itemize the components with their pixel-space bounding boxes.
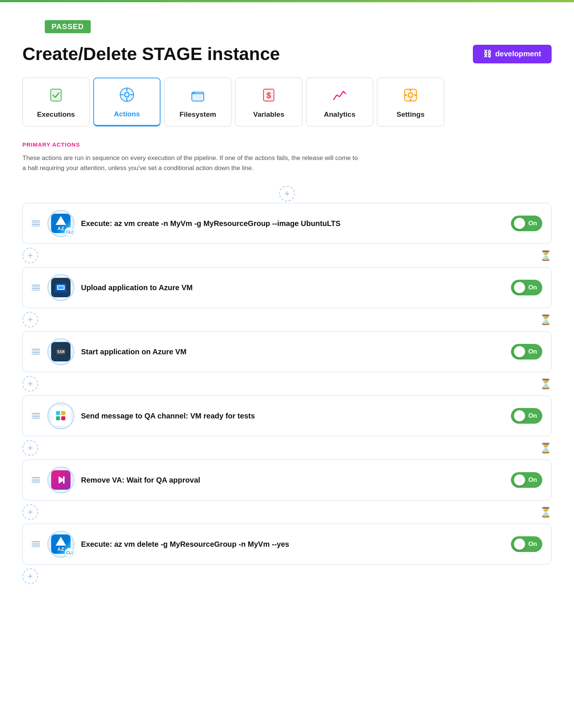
svg-rect-13 xyxy=(410,99,411,101)
toggle-knob-5 xyxy=(514,474,525,486)
tab-filesystem-label: Filesystem xyxy=(180,110,216,119)
action-row-wrapper-5: Remove VA: Wait for QA approval On + ⏳ xyxy=(22,459,552,524)
action-row-3: SSH Start application on Azure VM On xyxy=(22,331,552,372)
header-row: Create/Delete STAGE instance ⛓ developme… xyxy=(22,44,552,64)
toggle-5[interactable]: On xyxy=(511,472,542,488)
svg-rect-18 xyxy=(58,286,64,289)
actions-icon xyxy=(119,87,135,106)
env-icon: ⛓ xyxy=(483,49,492,59)
action-badge-6: CLI xyxy=(65,548,74,558)
between-row-4: + ⏳ xyxy=(22,436,552,459)
action-row-2: Upload application to Azure VM On xyxy=(22,267,552,308)
toggle-knob-6 xyxy=(514,539,525,550)
add-row-bottom: + xyxy=(22,567,38,586)
tab-settings-label: Settings xyxy=(397,110,425,119)
action-name-2: Upload application to Azure VM xyxy=(81,283,504,292)
tab-executions-label: Executions xyxy=(37,110,75,119)
add-action-button-3[interactable]: + xyxy=(22,376,38,392)
add-action-button-top[interactable]: + xyxy=(279,186,295,201)
page-title: Create/Delete STAGE instance xyxy=(22,44,280,64)
action-icon-3: SSH xyxy=(47,338,74,365)
action-icon-1: AZ CLI xyxy=(47,210,74,237)
toggle-label-4: On xyxy=(528,412,537,420)
action-row-wrapper-3: SSH Start application on Azure VM On xyxy=(22,331,552,395)
tab-analytics[interactable]: Analytics xyxy=(306,78,373,126)
action-icon-5 xyxy=(47,467,74,493)
between-row-5: + ⏳ xyxy=(22,501,552,524)
svg-text:SSH: SSH xyxy=(57,349,65,354)
action-name-6: Execute: az vm delete -g MyResourceGroup… xyxy=(81,540,504,549)
drag-handle-3[interactable] xyxy=(32,349,41,355)
toggle-knob-3 xyxy=(514,346,525,357)
add-row-5: + xyxy=(22,503,38,521)
add-action-button-2[interactable]: + xyxy=(22,312,38,327)
tab-filesystem[interactable]: Filesystem xyxy=(164,78,231,126)
toggle-label-3: On xyxy=(528,348,537,355)
tab-executions[interactable]: Executions xyxy=(22,78,90,126)
toggle-label-6: On xyxy=(528,540,537,548)
action-row-wrapper-4: Send message to QA channel: VM ready for… xyxy=(22,395,552,459)
svg-rect-12 xyxy=(410,89,411,91)
add-action-button-5[interactable]: + xyxy=(22,504,38,520)
action-row-5: Remove VA: Wait for QA approval On xyxy=(22,459,552,501)
tab-analytics-label: Analytics xyxy=(324,110,355,119)
svg-rect-26 xyxy=(61,416,65,420)
tab-settings[interactable]: Settings xyxy=(377,78,444,126)
hourglass-icon-4: ⏳ xyxy=(540,442,552,454)
tab-actions[interactable]: Actions xyxy=(93,78,160,126)
tabs-bar: Executions Actions Filesystem $ Variable… xyxy=(22,78,552,126)
action-name-3: Start application on Azure VM xyxy=(81,348,504,356)
env-badge[interactable]: ⛓ development xyxy=(473,45,552,63)
hourglass-icon-3: ⏳ xyxy=(540,378,552,390)
action-icon-4 xyxy=(47,402,74,429)
toggle-1[interactable]: On xyxy=(511,216,542,231)
action-name-4: Send message to QA channel: VM ready for… xyxy=(81,412,504,420)
toggle-2[interactable]: On xyxy=(511,280,542,295)
drag-handle-2[interactable] xyxy=(32,285,41,291)
add-action-button-4[interactable]: + xyxy=(22,440,38,456)
hourglass-icon-2: ⏳ xyxy=(540,314,552,326)
add-row-top: + xyxy=(22,184,552,203)
toggle-knob-2 xyxy=(514,282,525,293)
add-row-2: + xyxy=(22,310,38,329)
toggle-6[interactable]: On xyxy=(511,536,542,552)
between-row-6: + xyxy=(22,565,552,588)
drag-handle-1[interactable] xyxy=(32,220,41,226)
executions-icon xyxy=(48,87,64,107)
drag-handle-6[interactable] xyxy=(32,541,41,547)
toggle-4[interactable]: On xyxy=(511,408,542,424)
analytics-icon xyxy=(331,87,348,107)
section-desc: These actions are run in sequence on eve… xyxy=(22,153,358,173)
add-row-3: + xyxy=(22,374,38,393)
add-action-button-bottom[interactable]: + xyxy=(22,568,38,584)
add-action-button-1[interactable]: + xyxy=(22,248,38,263)
between-row-3: + ⏳ xyxy=(22,372,552,395)
svg-rect-19 xyxy=(54,291,68,293)
action-badge-1: CLI xyxy=(65,227,74,237)
action-row-4: Send message to QA channel: VM ready for… xyxy=(22,395,552,436)
hourglass-icon-1: ⏳ xyxy=(540,250,552,261)
drag-handle-5[interactable] xyxy=(32,477,41,483)
action-name-5: Remove VA: Wait for QA approval xyxy=(81,476,504,484)
env-label: development xyxy=(495,50,541,58)
drag-handle-4[interactable] xyxy=(32,413,41,419)
tab-actions-label: Actions xyxy=(114,110,140,118)
toggle-label-2: On xyxy=(528,284,537,291)
passed-badge-wrap: PASSED xyxy=(22,11,574,33)
action-row-wrapper-2: Upload application to Azure VM On + ⏳ xyxy=(22,267,552,331)
svg-text:$: $ xyxy=(266,91,271,100)
primary-actions-section: PRIMARY ACTIONS These actions are run in… xyxy=(22,141,552,588)
toggle-knob-4 xyxy=(514,410,525,421)
action-row-1: AZ CLI Execute: az vm create -n MyVm -g … xyxy=(22,203,552,244)
add-row-4: + xyxy=(22,439,38,457)
action-row-wrapper-1: AZ CLI Execute: az vm create -n MyVm -g … xyxy=(22,203,552,267)
toggle-label-1: On xyxy=(528,220,537,227)
tab-variables[interactable]: $ Variables xyxy=(235,78,302,126)
settings-icon xyxy=(402,87,419,107)
svg-rect-25 xyxy=(61,411,65,415)
tab-variables-label: Variables xyxy=(253,110,284,119)
top-bar xyxy=(0,0,574,2)
variables-icon: $ xyxy=(261,87,277,107)
action-icon-6: AZ CLI xyxy=(47,531,74,558)
toggle-3[interactable]: On xyxy=(511,344,542,360)
